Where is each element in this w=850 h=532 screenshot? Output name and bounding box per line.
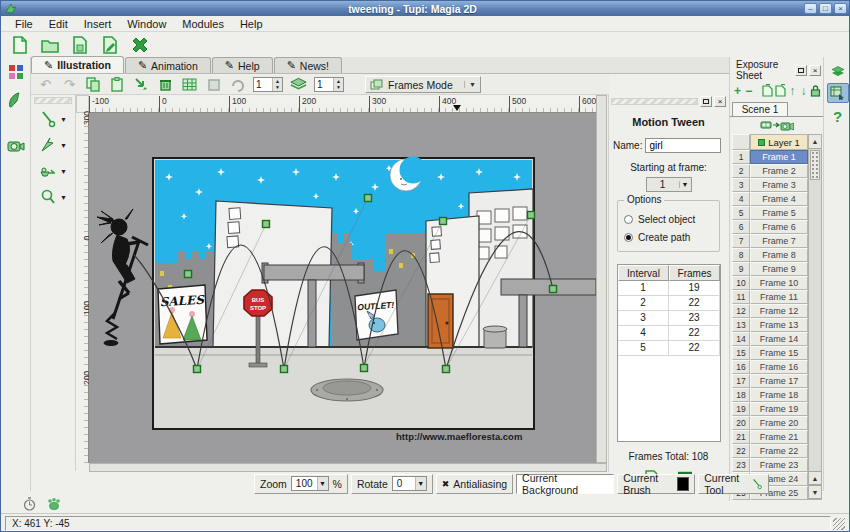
antialiasing-toggle[interactable]: ✖ Antialiasing	[436, 474, 513, 494]
frame-cell[interactable]: Frame 2	[750, 164, 808, 178]
workspace-tab[interactable]: ✎Help	[212, 57, 273, 73]
frame-number[interactable]: 8	[732, 248, 750, 262]
current-brush-button[interactable]: Current Brush	[617, 474, 695, 494]
frame-cell[interactable]: Frame 7	[750, 234, 808, 248]
frame-number[interactable]: 10	[732, 276, 750, 290]
redo-icon[interactable]: ↷	[61, 77, 78, 93]
layer-header[interactable]: Layer 1	[750, 134, 808, 150]
chevron-down-icon[interactable]: ▼	[60, 116, 67, 123]
pencil-tool[interactable]: ▼	[31, 106, 75, 132]
scroll-up-button[interactable]: ▲	[809, 135, 821, 149]
frame-cell[interactable]: Frame 11	[750, 290, 808, 304]
import-icon[interactable]	[133, 77, 150, 93]
zoom-tool[interactable]: ▼	[31, 184, 75, 210]
chevron-down-icon[interactable]: ▼	[60, 142, 67, 149]
frame-number[interactable]: 18	[732, 388, 750, 402]
brushes-icon[interactable]	[4, 89, 28, 111]
camera-icon[interactable]	[4, 135, 28, 157]
create-path-radio[interactable]: Create path	[624, 232, 713, 243]
frame-number[interactable]: 19	[732, 402, 750, 416]
frame-number[interactable]: 11	[732, 290, 750, 304]
resize-grip[interactable]	[833, 518, 845, 530]
frame-cell[interactable]: Frame 21	[750, 430, 808, 444]
trash-icon[interactable]	[157, 77, 174, 93]
frame-number[interactable]: 9	[732, 262, 750, 276]
current-tool-button[interactable]: Current Tool	[698, 474, 769, 494]
frame-cell[interactable]: Frame 23	[750, 458, 808, 472]
close-panel-button[interactable]: ×	[714, 96, 726, 107]
frame-cell[interactable]: Frame 18	[750, 388, 808, 402]
frame-cell[interactable]: Frame 14	[750, 332, 808, 346]
paw-icon[interactable]	[46, 497, 62, 511]
frame-cell[interactable]: Frame 5	[750, 206, 808, 220]
frame-cell[interactable]: Frame 12	[750, 304, 808, 318]
minimize-button[interactable]: –	[804, 3, 817, 14]
close-button[interactable]: ×	[834, 3, 847, 14]
frame-cell[interactable]: Frame 9	[750, 262, 808, 276]
selection-tool[interactable]: ▼	[31, 132, 75, 158]
new-project-icon[interactable]	[9, 35, 30, 55]
menu-item[interactable]: File	[7, 17, 41, 31]
paste-icon[interactable]	[109, 77, 126, 93]
frame-number[interactable]: 13	[732, 318, 750, 332]
canvas-workspace[interactable]: SALES BUS STOP OUTLET!	[89, 113, 596, 463]
film-to-camera-icon[interactable]	[730, 118, 823, 132]
frame-cell[interactable]: Frame 4	[750, 192, 808, 206]
frame-number[interactable]: 2	[732, 164, 750, 178]
rotate-combo[interactable]: 0▼	[392, 476, 427, 491]
panel-drag-handle[interactable]	[611, 98, 698, 105]
spin-arrows-icon[interactable]: ▲▼	[272, 78, 282, 91]
workspace-tab[interactable]: ✎Animation	[125, 57, 211, 73]
workspace-tab[interactable]: ✎Illustration	[31, 56, 124, 73]
table-row[interactable]: 4 22	[618, 326, 720, 341]
frame-number[interactable]: 14	[732, 332, 750, 346]
frame-spinbox[interactable]: 1▲▼	[253, 77, 283, 92]
workspace-tab[interactable]: ✎News!	[274, 57, 342, 73]
layer-visibility-icon[interactable]	[758, 139, 765, 146]
frame-cell[interactable]: Frame 19	[750, 402, 808, 416]
insert-frame-icon[interactable]: +	[733, 84, 742, 97]
copy-icon[interactable]	[85, 77, 102, 93]
frame-number[interactable]: 16	[732, 360, 750, 374]
move-frame-up-icon[interactable]: ↑	[788, 84, 797, 97]
canvas-vscrollbar[interactable]	[596, 95, 607, 463]
frame-number[interactable]: 4	[732, 192, 750, 206]
scroll-up-button[interactable]: ▲	[809, 471, 821, 485]
scroll-down-button[interactable]: ▼	[809, 485, 821, 499]
frame-cell[interactable]: Frame 20	[750, 416, 808, 430]
table-row[interactable]: 3 23	[618, 311, 720, 326]
ungroup-icon[interactable]	[229, 77, 246, 93]
frame-cell[interactable]: Frame 3	[750, 178, 808, 192]
clock-icon[interactable]	[23, 497, 36, 511]
scrollbar-thumb[interactable]	[810, 150, 820, 180]
frame-cell[interactable]: Frame 22	[750, 444, 808, 458]
move-frame-down-icon[interactable]: ↓	[799, 84, 808, 97]
frame-number[interactable]: 7	[732, 234, 750, 248]
frame-number[interactable]: 23	[732, 458, 750, 472]
float-panel-button[interactable]	[795, 65, 807, 76]
titlebar[interactable]: tweening - Tupi: Magia 2D – □ ×	[1, 1, 849, 16]
current-background-button[interactable]: Current Background	[516, 474, 614, 494]
close-panel-button[interactable]: ×	[809, 65, 821, 76]
frame-number[interactable]: 6	[732, 220, 750, 234]
copy-frame-icon[interactable]	[775, 84, 786, 97]
frames-scrollbar[interactable]: ▲ ▲ ▼	[808, 134, 822, 500]
help-icon[interactable]: ?	[827, 106, 849, 126]
undo-icon[interactable]: ↶	[37, 77, 54, 93]
save-project-icon[interactable]	[69, 35, 90, 55]
menu-item[interactable]: Insert	[76, 17, 120, 31]
table-row[interactable]: 1 19	[618, 281, 720, 296]
frame-number[interactable]: 22	[732, 444, 750, 458]
frame-cell[interactable]: Frame 13	[750, 318, 808, 332]
select-object-radio[interactable]: Select object	[624, 214, 713, 225]
maximize-button[interactable]: □	[819, 3, 832, 14]
scene-tab[interactable]: Scene 1	[732, 102, 788, 116]
layer-corner-cell[interactable]	[732, 134, 750, 150]
menu-item[interactable]: Window	[119, 17, 174, 31]
panel-drag-handle[interactable]	[34, 97, 72, 104]
remove-frame-icon[interactable]: −	[744, 84, 753, 97]
tween-name-input[interactable]	[645, 138, 721, 153]
color-palette-icon[interactable]	[4, 61, 28, 83]
frame-number[interactable]: 15	[732, 346, 750, 360]
frame-cell[interactable]: Frame 1	[750, 150, 808, 164]
